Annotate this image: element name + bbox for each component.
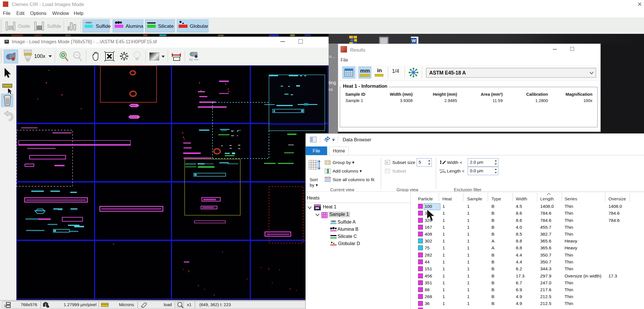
- svg-text:H-H: H-H: [440, 169, 444, 171]
- svg-text:1*: 1*: [386, 161, 389, 164]
- svg-text:3: 3: [4, 304, 6, 308]
